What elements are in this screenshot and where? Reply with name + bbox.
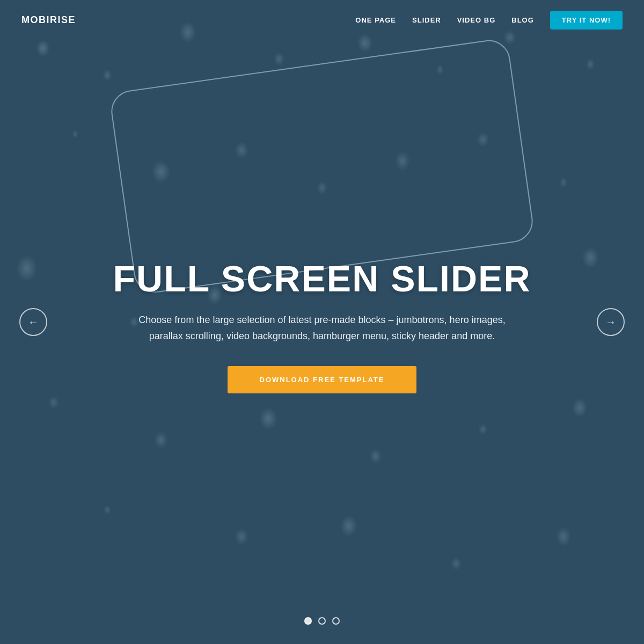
hero-section: MOBIRISE ONE PAGE SLIDER VIDEO BG BLOG T… [0, 0, 644, 644]
navbar: MOBIRISE ONE PAGE SLIDER VIDEO BG BLOG T… [0, 0, 644, 40]
hero-cta-button[interactable]: DOWNLOAD FREE TEMPLATE [228, 366, 417, 393]
hero-content: FULL SCREEN SLIDER Choose from the large… [0, 8, 644, 644]
slider-dot-2[interactable] [318, 617, 326, 625]
nav-cta-button[interactable]: Try It Now! [550, 11, 623, 30]
slider-dot-3[interactable] [332, 617, 340, 625]
hero-title: FULL SCREEN SLIDER [113, 259, 531, 299]
nav-link-slider[interactable]: SLIDER [412, 16, 441, 24]
arrow-right-icon: → [605, 316, 616, 328]
nav-links: ONE PAGE SLIDER VIDEO BG BLOG Try It Now… [355, 11, 623, 30]
nav-link-blog[interactable]: BLOG [511, 16, 534, 24]
slider-dot-1[interactable] [304, 617, 312, 625]
slider-dots [304, 617, 340, 625]
slider-prev-arrow[interactable]: ← [19, 308, 47, 336]
hero-subtitle: Choose from the large selection of lates… [123, 312, 521, 345]
slider-next-arrow[interactable]: → [597, 308, 625, 336]
brand-logo: MOBIRISE [21, 14, 76, 26]
nav-link-one-page[interactable]: ONE PAGE [355, 16, 396, 24]
arrow-left-icon: ← [28, 316, 39, 328]
nav-link-video-bg[interactable]: VIDEO BG [457, 16, 496, 24]
